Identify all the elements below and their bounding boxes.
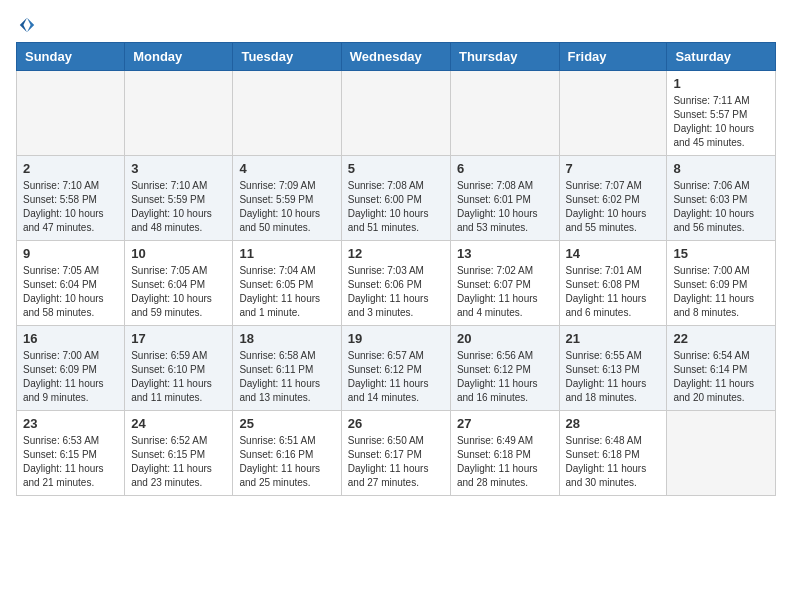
calendar-cell: 22Sunrise: 6:54 AM Sunset: 6:14 PM Dayli… (667, 326, 776, 411)
day-number: 16 (23, 331, 118, 346)
calendar-cell: 15Sunrise: 7:00 AM Sunset: 6:09 PM Dayli… (667, 241, 776, 326)
calendar-week-row: 2Sunrise: 7:10 AM Sunset: 5:58 PM Daylig… (17, 156, 776, 241)
day-number: 23 (23, 416, 118, 431)
calendar-cell (341, 71, 450, 156)
day-info: Sunrise: 6:52 AM Sunset: 6:15 PM Dayligh… (131, 434, 226, 490)
header-tuesday: Tuesday (233, 43, 341, 71)
day-number: 8 (673, 161, 769, 176)
calendar-cell: 11Sunrise: 7:04 AM Sunset: 6:05 PM Dayli… (233, 241, 341, 326)
day-info: Sunrise: 6:49 AM Sunset: 6:18 PM Dayligh… (457, 434, 553, 490)
day-number: 5 (348, 161, 444, 176)
calendar-cell: 25Sunrise: 6:51 AM Sunset: 6:16 PM Dayli… (233, 411, 341, 496)
calendar-cell: 9Sunrise: 7:05 AM Sunset: 6:04 PM Daylig… (17, 241, 125, 326)
calendar-cell: 5Sunrise: 7:08 AM Sunset: 6:00 PM Daylig… (341, 156, 450, 241)
header-thursday: Thursday (450, 43, 559, 71)
day-info: Sunrise: 7:05 AM Sunset: 6:04 PM Dayligh… (23, 264, 118, 320)
calendar-cell (450, 71, 559, 156)
day-info: Sunrise: 7:04 AM Sunset: 6:05 PM Dayligh… (239, 264, 334, 320)
calendar-cell: 2Sunrise: 7:10 AM Sunset: 5:58 PM Daylig… (17, 156, 125, 241)
day-number: 9 (23, 246, 118, 261)
day-info: Sunrise: 6:53 AM Sunset: 6:15 PM Dayligh… (23, 434, 118, 490)
day-number: 19 (348, 331, 444, 346)
calendar-cell (125, 71, 233, 156)
day-info: Sunrise: 7:00 AM Sunset: 6:09 PM Dayligh… (23, 349, 118, 405)
day-number: 24 (131, 416, 226, 431)
calendar-cell: 12Sunrise: 7:03 AM Sunset: 6:06 PM Dayli… (341, 241, 450, 326)
calendar-cell: 21Sunrise: 6:55 AM Sunset: 6:13 PM Dayli… (559, 326, 667, 411)
day-info: Sunrise: 6:56 AM Sunset: 6:12 PM Dayligh… (457, 349, 553, 405)
calendar-cell: 23Sunrise: 6:53 AM Sunset: 6:15 PM Dayli… (17, 411, 125, 496)
calendar-cell: 3Sunrise: 7:10 AM Sunset: 5:59 PM Daylig… (125, 156, 233, 241)
day-info: Sunrise: 7:11 AM Sunset: 5:57 PM Dayligh… (673, 94, 769, 150)
header-saturday: Saturday (667, 43, 776, 71)
header-wednesday: Wednesday (341, 43, 450, 71)
day-number: 7 (566, 161, 661, 176)
day-number: 14 (566, 246, 661, 261)
day-number: 22 (673, 331, 769, 346)
day-number: 13 (457, 246, 553, 261)
day-number: 4 (239, 161, 334, 176)
day-number: 18 (239, 331, 334, 346)
calendar-cell: 24Sunrise: 6:52 AM Sunset: 6:15 PM Dayli… (125, 411, 233, 496)
calendar-cell (559, 71, 667, 156)
header-sunday: Sunday (17, 43, 125, 71)
day-info: Sunrise: 6:48 AM Sunset: 6:18 PM Dayligh… (566, 434, 661, 490)
calendar-week-row: 23Sunrise: 6:53 AM Sunset: 6:15 PM Dayli… (17, 411, 776, 496)
calendar-week-row: 16Sunrise: 7:00 AM Sunset: 6:09 PM Dayli… (17, 326, 776, 411)
day-number: 6 (457, 161, 553, 176)
calendar-cell: 7Sunrise: 7:07 AM Sunset: 6:02 PM Daylig… (559, 156, 667, 241)
day-info: Sunrise: 6:59 AM Sunset: 6:10 PM Dayligh… (131, 349, 226, 405)
logo (16, 16, 36, 34)
calendar-cell: 13Sunrise: 7:02 AM Sunset: 6:07 PM Dayli… (450, 241, 559, 326)
header-friday: Friday (559, 43, 667, 71)
calendar-cell: 27Sunrise: 6:49 AM Sunset: 6:18 PM Dayli… (450, 411, 559, 496)
day-info: Sunrise: 7:03 AM Sunset: 6:06 PM Dayligh… (348, 264, 444, 320)
calendar-cell: 10Sunrise: 7:05 AM Sunset: 6:04 PM Dayli… (125, 241, 233, 326)
day-info: Sunrise: 7:06 AM Sunset: 6:03 PM Dayligh… (673, 179, 769, 235)
day-info: Sunrise: 6:54 AM Sunset: 6:14 PM Dayligh… (673, 349, 769, 405)
day-number: 26 (348, 416, 444, 431)
calendar-cell: 6Sunrise: 7:08 AM Sunset: 6:01 PM Daylig… (450, 156, 559, 241)
calendar-cell (233, 71, 341, 156)
day-number: 25 (239, 416, 334, 431)
day-info: Sunrise: 7:10 AM Sunset: 5:59 PM Dayligh… (131, 179, 226, 235)
day-info: Sunrise: 7:10 AM Sunset: 5:58 PM Dayligh… (23, 179, 118, 235)
day-number: 11 (239, 246, 334, 261)
calendar-cell: 17Sunrise: 6:59 AM Sunset: 6:10 PM Dayli… (125, 326, 233, 411)
day-number: 2 (23, 161, 118, 176)
page-header (16, 16, 776, 34)
day-info: Sunrise: 7:08 AM Sunset: 6:00 PM Dayligh… (348, 179, 444, 235)
day-info: Sunrise: 6:55 AM Sunset: 6:13 PM Dayligh… (566, 349, 661, 405)
day-number: 1 (673, 76, 769, 91)
calendar-cell: 26Sunrise: 6:50 AM Sunset: 6:17 PM Dayli… (341, 411, 450, 496)
day-info: Sunrise: 7:02 AM Sunset: 6:07 PM Dayligh… (457, 264, 553, 320)
day-info: Sunrise: 7:07 AM Sunset: 6:02 PM Dayligh… (566, 179, 661, 235)
day-info: Sunrise: 6:51 AM Sunset: 6:16 PM Dayligh… (239, 434, 334, 490)
logo-icon (18, 16, 36, 34)
calendar-cell: 16Sunrise: 7:00 AM Sunset: 6:09 PM Dayli… (17, 326, 125, 411)
calendar-cell: 14Sunrise: 7:01 AM Sunset: 6:08 PM Dayli… (559, 241, 667, 326)
calendar-cell: 19Sunrise: 6:57 AM Sunset: 6:12 PM Dayli… (341, 326, 450, 411)
calendar-cell: 28Sunrise: 6:48 AM Sunset: 6:18 PM Dayli… (559, 411, 667, 496)
day-number: 3 (131, 161, 226, 176)
day-number: 21 (566, 331, 661, 346)
day-info: Sunrise: 7:01 AM Sunset: 6:08 PM Dayligh… (566, 264, 661, 320)
day-number: 12 (348, 246, 444, 261)
day-info: Sunrise: 7:09 AM Sunset: 5:59 PM Dayligh… (239, 179, 334, 235)
calendar-table: SundayMondayTuesdayWednesdayThursdayFrid… (16, 42, 776, 496)
calendar-cell (667, 411, 776, 496)
calendar-week-row: 1Sunrise: 7:11 AM Sunset: 5:57 PM Daylig… (17, 71, 776, 156)
day-info: Sunrise: 6:50 AM Sunset: 6:17 PM Dayligh… (348, 434, 444, 490)
day-number: 28 (566, 416, 661, 431)
day-number: 27 (457, 416, 553, 431)
day-number: 20 (457, 331, 553, 346)
day-info: Sunrise: 7:08 AM Sunset: 6:01 PM Dayligh… (457, 179, 553, 235)
calendar-header-row: SundayMondayTuesdayWednesdayThursdayFrid… (17, 43, 776, 71)
calendar-cell: 4Sunrise: 7:09 AM Sunset: 5:59 PM Daylig… (233, 156, 341, 241)
calendar-week-row: 9Sunrise: 7:05 AM Sunset: 6:04 PM Daylig… (17, 241, 776, 326)
calendar-cell: 20Sunrise: 6:56 AM Sunset: 6:12 PM Dayli… (450, 326, 559, 411)
day-number: 10 (131, 246, 226, 261)
calendar-cell (17, 71, 125, 156)
day-info: Sunrise: 7:05 AM Sunset: 6:04 PM Dayligh… (131, 264, 226, 320)
calendar-cell: 8Sunrise: 7:06 AM Sunset: 6:03 PM Daylig… (667, 156, 776, 241)
